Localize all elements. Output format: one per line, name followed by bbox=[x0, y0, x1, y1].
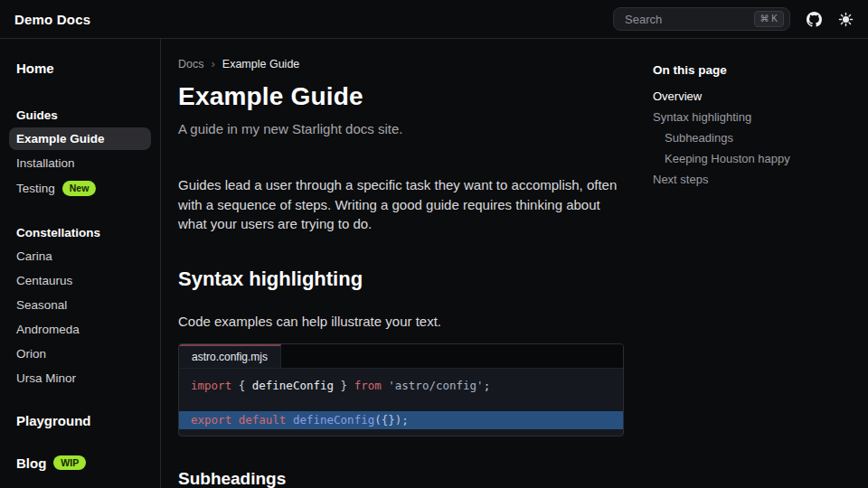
sidebar-item-testing[interactable]: Testing New bbox=[9, 176, 151, 201]
code-line-3-highlighted: export default defineConfig({}); bbox=[179, 411, 623, 429]
sidebar-item-carina[interactable]: Carina bbox=[9, 245, 151, 267]
sidebar-item-andromeda[interactable]: Andromeda bbox=[9, 318, 151, 341]
code-tab-filename: astro.config.mjs bbox=[179, 344, 281, 368]
toc-title: On this page bbox=[653, 63, 857, 77]
site-title[interactable]: Demo Docs bbox=[14, 12, 90, 27]
sidebar-item-example-guide[interactable]: Example Guide bbox=[9, 127, 151, 150]
on-this-page-toc: On this page Overview Syntax highlightin… bbox=[653, 39, 857, 190]
code-token: ({}); bbox=[374, 413, 409, 427]
syntax-paragraph: Code examples can help illustrate your t… bbox=[178, 314, 624, 329]
code-token: default bbox=[239, 413, 287, 427]
sidebar-nav: Home Guides Example Guide Installation T… bbox=[0, 39, 161, 488]
intro-paragraph: Guides lead a user through a specific ta… bbox=[178, 175, 624, 234]
toc-item-keeping-houston-happy[interactable]: Keeping Houston happy bbox=[653, 148, 857, 169]
wip-badge: WIP bbox=[53, 455, 86, 471]
header-actions: Search ⌘ K bbox=[613, 7, 854, 31]
sidebar-item-blog[interactable]: Blog WIP bbox=[9, 452, 151, 474]
code-token: } bbox=[334, 379, 354, 392]
code-token: import bbox=[191, 379, 231, 392]
toc-list: Overview Syntax highlighting Subheadings… bbox=[653, 86, 857, 190]
breadcrumb-docs-link[interactable]: Docs bbox=[178, 58, 203, 70]
sidebar-item-home[interactable]: Home bbox=[9, 57, 151, 80]
code-token: from bbox=[354, 379, 382, 392]
code-token: defineConfig bbox=[252, 379, 334, 392]
code-content: import { defineConfig } from 'astro/conf… bbox=[179, 369, 623, 436]
github-link[interactable] bbox=[807, 12, 822, 27]
page-subtitle: A guide in my new Starlight docs site. bbox=[178, 121, 624, 136]
breadcrumb: Docs › Example Guide bbox=[178, 57, 624, 70]
top-navbar: Demo Docs Search ⌘ K bbox=[0, 0, 868, 39]
search-input[interactable]: Search ⌘ K bbox=[613, 7, 790, 31]
code-token: defineConfig bbox=[293, 413, 374, 427]
page-title: Example Guide bbox=[178, 82, 624, 111]
sidebar-item-centaurus[interactable]: Centaurus bbox=[9, 269, 151, 292]
chevron-right-icon: › bbox=[211, 57, 214, 70]
code-token: { bbox=[231, 379, 252, 392]
code-token: ; bbox=[484, 379, 491, 392]
code-tab-bar: astro.config.mjs bbox=[179, 344, 623, 369]
sidebar-item-label: Blog bbox=[16, 455, 46, 471]
code-token: 'astro/config' bbox=[388, 379, 483, 392]
heading-subheadings: Subheadings bbox=[178, 469, 624, 488]
sidebar-item-playground[interactable]: Playground bbox=[9, 409, 151, 432]
code-block: astro.config.mjs import { defineConfig }… bbox=[178, 343, 624, 436]
code-token: export bbox=[191, 413, 231, 427]
toc-item-overview[interactable]: Overview bbox=[653, 86, 857, 107]
sidebar-item-label: Testing bbox=[16, 182, 55, 195]
breadcrumb-current: Example Guide bbox=[222, 58, 299, 70]
heading-syntax-highlighting: Syntax highlighting bbox=[178, 267, 624, 291]
toc-item-subheadings[interactable]: Subheadings bbox=[653, 127, 857, 148]
code-line-1: import { defineConfig } from 'astro/conf… bbox=[179, 377, 623, 395]
main-content: Docs › Example Guide Example Guide A gui… bbox=[178, 39, 624, 488]
theme-toggle-button[interactable] bbox=[838, 12, 854, 27]
sun-icon bbox=[838, 12, 854, 27]
search-shortcut-kbd: ⌘ K bbox=[754, 11, 784, 27]
new-badge: New bbox=[62, 181, 97, 196]
search-placeholder: Search bbox=[625, 13, 662, 26]
sidebar-item-installation[interactable]: Installation bbox=[9, 152, 151, 174]
sidebar-group-constellations: Constellations bbox=[9, 222, 151, 243]
sidebar-group-guides: Guides bbox=[9, 105, 151, 126]
toc-item-syntax-highlighting[interactable]: Syntax highlighting bbox=[653, 107, 857, 127]
code-line-2-blank bbox=[179, 395, 623, 411]
github-icon bbox=[807, 12, 822, 27]
sidebar-item-seasonal[interactable]: Seasonal bbox=[9, 294, 151, 316]
sidebar-item-orion[interactable]: Orion bbox=[9, 343, 151, 365]
code-token bbox=[286, 413, 293, 427]
code-token bbox=[231, 413, 239, 427]
sidebar-item-ursa-minor[interactable]: Ursa Minor bbox=[9, 367, 151, 389]
toc-item-next-steps[interactable]: Next steps bbox=[653, 169, 857, 190]
